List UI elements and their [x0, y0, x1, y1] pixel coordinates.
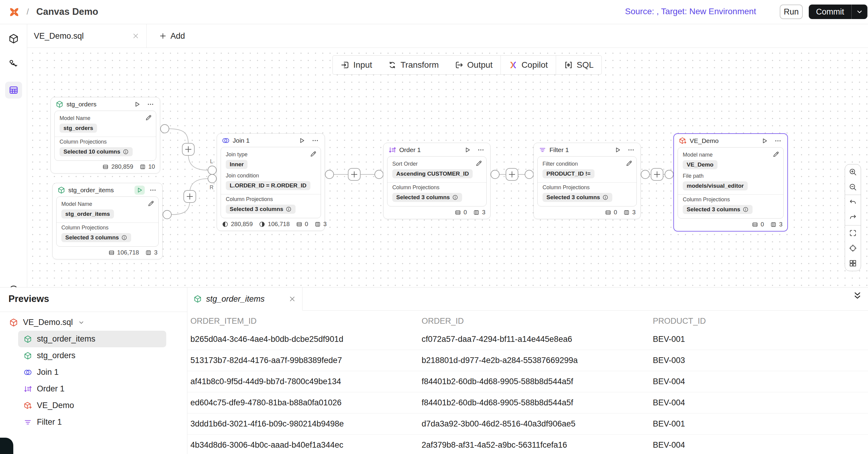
copilot-button[interactable]: Copilot: [501, 56, 556, 74]
field-value-pill[interactable]: Selected 3 columns: [61, 233, 131, 242]
tree-item-join-1[interactable]: Join 1: [18, 364, 187, 381]
locate-button[interactable]: [845, 241, 861, 256]
play-button[interactable]: [760, 136, 770, 145]
sql-button[interactable]: SQL: [556, 56, 601, 74]
collapse-panel-button[interactable]: [852, 291, 863, 301]
port-join-in-left[interactable]: [208, 166, 216, 174]
add-tab-button[interactable]: Add: [154, 24, 190, 48]
rail-canvas-button[interactable]: [5, 82, 22, 98]
tree-item-stg-orders[interactable]: stg_orders: [18, 347, 187, 364]
play-button[interactable]: [132, 100, 142, 109]
port-stg-order-items-out[interactable]: [163, 210, 172, 219]
node-order-1[interactable]: Order 1 Sort Order Ascending CUSTOMER_ID…: [383, 143, 491, 219]
play-button[interactable]: [297, 136, 307, 145]
port-filter-in[interactable]: [525, 170, 533, 179]
tree-item-ve-demo-sql[interactable]: VE_Demo.sql: [0, 314, 187, 331]
commit-button[interactable]: Commit: [809, 7, 851, 17]
node-ve-demo[interactable]: VE_Demo Model name VE_Demo File path mod…: [673, 133, 788, 232]
commit-dropdown-button[interactable]: [852, 8, 867, 16]
preview-tab-stg-order-items[interactable]: stg_order_items: [187, 287, 303, 310]
column-header[interactable]: ORDER_ID: [418, 316, 650, 326]
edit-pencil-icon[interactable]: [626, 160, 633, 167]
play-button[interactable]: [613, 145, 623, 154]
play-button[interactable]: [134, 186, 145, 195]
undo-button[interactable]: [845, 195, 861, 210]
app-logo-icon[interactable]: [7, 5, 21, 19]
field-value-pill[interactable]: Selected 10 columns: [60, 147, 133, 156]
info-icon[interactable]: [452, 194, 458, 201]
node-filter-1[interactable]: Filter 1 Filter condition PRODUCT_ID != …: [533, 143, 641, 219]
tree-item-ve-demo[interactable]: VE_Demo: [18, 397, 187, 414]
rail-models-button[interactable]: [5, 30, 22, 47]
more-menu-button[interactable]: [310, 136, 320, 145]
more-menu-button[interactable]: [773, 136, 783, 145]
port-join-in-right[interactable]: [208, 174, 216, 183]
edit-pencil-icon[interactable]: [773, 151, 780, 158]
column-header[interactable]: PRODUCT_ID: [650, 316, 868, 326]
environment-selector[interactable]: Source: , Target: New Environment: [625, 7, 626, 16]
port-join-out[interactable]: [325, 170, 334, 179]
info-icon[interactable]: [602, 194, 609, 201]
node-stg-order-items[interactable]: stg_order_items Model Name stg_order_ite…: [52, 183, 163, 259]
port-stg-orders-out[interactable]: [160, 124, 169, 133]
port-filter-out[interactable]: [641, 170, 650, 179]
close-icon[interactable]: [132, 32, 140, 40]
edge-add-button[interactable]: [184, 190, 196, 203]
field-value-pill[interactable]: Selected 3 columns: [226, 205, 296, 214]
fit-view-button[interactable]: [845, 225, 861, 241]
chevron-down-icon[interactable]: [78, 319, 85, 326]
field-value-pill[interactable]: L.ORDER_ID = R.ORDER_ID: [226, 181, 310, 190]
output-node-button[interactable]: Output: [447, 56, 500, 74]
play-button[interactable]: [462, 145, 473, 154]
corner-widget-button[interactable]: [0, 438, 13, 454]
rail-lineage-button[interactable]: [5, 56, 22, 72]
edit-pencil-icon[interactable]: [148, 200, 155, 207]
tree-item-filter-1[interactable]: Filter 1: [18, 414, 187, 430]
field-value-pill[interactable]: models/visual_editor: [683, 181, 748, 190]
edit-pencil-icon[interactable]: [145, 114, 152, 121]
field-value-pill[interactable]: stg_orders: [60, 124, 97, 133]
more-menu-button[interactable]: [145, 100, 156, 109]
field-value-pill[interactable]: Selected 3 columns: [683, 205, 752, 214]
edge-add-button[interactable]: [182, 143, 194, 155]
close-icon[interactable]: [288, 295, 296, 303]
table-row[interactable]: ed604c75-dfe9-4780-81ba-b88a0fa01026 f84…: [187, 392, 868, 413]
zoom-in-button[interactable]: [845, 164, 861, 180]
field-value-pill[interactable]: VE_Demo: [683, 160, 717, 169]
field-value-pill[interactable]: Ascending CUSTOMER_ID: [392, 169, 473, 178]
edge-add-button[interactable]: [651, 169, 663, 180]
more-menu-button[interactable]: [476, 145, 486, 154]
port-order-in[interactable]: [375, 170, 383, 179]
tab-ve-demo-sql[interactable]: VE_Demo.sql: [27, 24, 147, 48]
redo-button[interactable]: [845, 210, 861, 225]
node-join-1[interactable]: Join 1 Join type Inner Join condition L.…: [217, 133, 325, 231]
info-icon[interactable]: [121, 235, 127, 241]
table-row[interactable]: 513173b7-82d4-4176-aa7f-99b8389fede7 b21…: [187, 350, 868, 371]
input-node-button[interactable]: Input: [333, 56, 380, 74]
table-row[interactable]: b265d0a4-3c46-4ae4-b0db-dcbe25df901d cf0…: [187, 329, 868, 350]
edge-add-button[interactable]: [506, 169, 518, 180]
tree-item-order-1[interactable]: Order 1: [18, 381, 187, 397]
edit-pencil-icon[interactable]: [310, 150, 317, 157]
info-icon[interactable]: [743, 207, 749, 212]
edge-add-button[interactable]: [348, 169, 360, 180]
node-stg-orders[interactable]: stg_orders Model Name stg_orders Column …: [51, 97, 160, 174]
table-row[interactable]: af41b8c0-9f5d-44d9-bb7d-7800c49be134 f84…: [187, 371, 868, 392]
more-menu-button[interactable]: [148, 186, 158, 195]
field-value-pill[interactable]: Inner: [226, 160, 248, 169]
field-value-pill[interactable]: Selected 3 columns: [392, 193, 462, 202]
port-order-out[interactable]: [491, 170, 499, 179]
zoom-out-button[interactable]: [845, 180, 861, 195]
field-value-pill[interactable]: Selected 3 columns: [542, 193, 612, 202]
run-button[interactable]: Run: [780, 4, 803, 19]
field-value-pill[interactable]: PRODUCT_ID !=: [542, 169, 594, 178]
pipeline-canvas[interactable]: L R: [27, 48, 868, 287]
table-row[interactable]: 4b34d8d6-3006-4b0c-aaad-b40ef1a344ec 2af…: [187, 434, 868, 454]
commit-split-button[interactable]: Commit: [809, 4, 867, 19]
transform-node-button[interactable]: Transform: [380, 56, 447, 74]
field-value-pill[interactable]: stg_order_items: [61, 209, 114, 218]
edit-pencil-icon[interactable]: [475, 160, 483, 167]
port-ve-demo-in[interactable]: [665, 170, 673, 179]
auto-layout-button[interactable]: [845, 256, 861, 271]
more-menu-button[interactable]: [626, 145, 636, 154]
